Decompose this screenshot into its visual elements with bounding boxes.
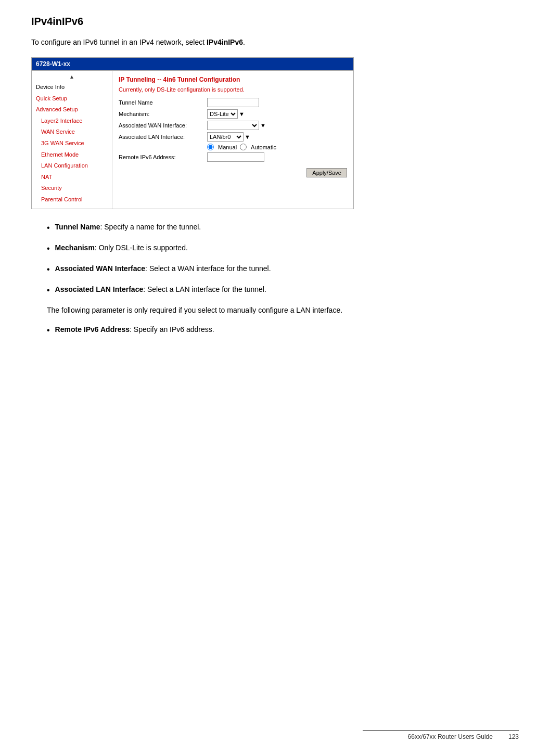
sidebar-item-wan-service[interactable]: WAN Service — [32, 126, 112, 138]
assoc-lan-label: Associated LAN Interface: — [119, 134, 207, 140]
radio-automatic-label: Automatic — [251, 144, 276, 150]
sidebar-item-parental-control[interactable]: Parental Control — [32, 194, 112, 206]
intro-bold: IPv4inIPv6 — [207, 38, 243, 46]
param-note: The following parameter is only required… — [47, 305, 519, 316]
remote-ipv6-control — [207, 152, 264, 162]
assoc-wan-desc: : Select a WAN interface for the tunnel. — [145, 264, 271, 273]
radio-row: Manual Automatic — [207, 144, 347, 150]
mechanism-select[interactable]: DS-Lite — [207, 109, 238, 119]
tunnel-name-desc: : Specify a name for the tunnel. — [100, 223, 201, 231]
mechanism-row: Mechanism: DS-Lite ▼ — [119, 109, 347, 119]
sidebar-item-quick-setup[interactable]: Quick Setup — [32, 93, 112, 105]
assoc-wan-bold: Associated WAN Interface — [55, 264, 146, 273]
radio-manual-label: Manual — [218, 144, 237, 150]
tunnel-name-label: Tunnel Name — [119, 99, 207, 106]
tunnel-name-bold: Tunnel Name — [55, 223, 100, 231]
remote-ipv6-label: Remote IPv6 Address: — [119, 154, 207, 160]
radio-manual[interactable] — [207, 144, 214, 150]
assoc-wan-control: ▼ — [207, 121, 266, 130]
remote-ipv6-bold: Remote IPv6 Address — [55, 325, 130, 334]
router-titlebar: 6728-W1-xx — [32, 58, 353, 70]
tunnel-name-row: Tunnel Name — [119, 98, 347, 107]
bullet-mechanism: Mechanism: Only DSL-Lite is supported. — [47, 242, 519, 255]
assoc-lan-select[interactable]: LAN/br0 — [207, 132, 244, 142]
lan-dropdown-arrow: ▼ — [245, 134, 250, 140]
assoc-lan-row: Associated LAN Interface: LAN/br0 ▼ — [119, 132, 347, 142]
router-main-content: IP Tunneling -- 4in6 Tunnel Configuratio… — [112, 71, 353, 209]
bullet-assoc-lan: Associated LAN Interface: Select a LAN i… — [47, 284, 519, 297]
footer: 66xx/67xx Router Users Guide 123 — [363, 731, 519, 740]
remote-bullet-list: Remote IPv6 Address: Specify an IPv6 add… — [47, 324, 519, 337]
sidebar-item-layer2[interactable]: Layer2 Interface — [32, 116, 112, 127]
mechanism-bold: Mechanism — [55, 244, 95, 252]
sidebar-item-advanced-setup[interactable]: Advanced Setup — [32, 104, 112, 116]
footer-guide: 66xx/67xx Router Users Guide — [408, 733, 493, 740]
sidebar-item-lan-config[interactable]: LAN Configuration — [32, 160, 112, 172]
assoc-lan-desc: : Select a LAN interface for the tunnel. — [143, 285, 266, 293]
router-ui-screenshot: 6728-W1-xx ▲ Device Info Quick Setup Adv… — [31, 57, 354, 209]
footer-page: 123 — [508, 733, 519, 740]
footer-text: 66xx/67xx Router Users Guide 123 — [363, 733, 519, 740]
mechanism-desc: : Only DSL-Lite is supported. — [95, 244, 188, 252]
tunnel-name-input[interactable] — [207, 98, 259, 107]
bullet-list: Tunnel Name: Specify a name for the tunn… — [47, 222, 519, 297]
sidebar-item-ethernet-mode[interactable]: Ethernet Mode — [32, 149, 112, 161]
mechanism-label: Mechanism: — [119, 111, 207, 117]
sidebar-item-security[interactable]: Security — [32, 183, 112, 194]
intro-period: . — [243, 38, 245, 46]
assoc-lan-control: LAN/br0 ▼ — [207, 132, 250, 142]
sidebar-item-3g-wan[interactable]: 3G WAN Service — [32, 138, 112, 149]
assoc-wan-label: Associated WAN Interface: — [119, 122, 207, 129]
scroll-indicator: ▲ — [32, 74, 112, 80]
remote-ipv6-row: Remote IPv6 Address: — [119, 152, 347, 162]
radio-automatic[interactable] — [240, 144, 247, 150]
tunnel-name-control — [207, 98, 259, 107]
radio-group: Manual Automatic — [207, 144, 276, 150]
assoc-lan-bold: Associated LAN Interface — [55, 285, 144, 293]
apply-save-container: Apply/Save — [119, 165, 347, 177]
bullet-assoc-wan: Associated WAN Interface: Select a WAN i… — [47, 263, 519, 276]
router-main-title: IP Tunneling -- 4in6 Tunnel Configuratio… — [119, 76, 347, 83]
intro-text: To configure an IPv6 tunnel in an IPv4 n… — [31, 38, 207, 46]
remote-ipv6-input[interactable] — [207, 152, 264, 162]
wan-dropdown-arrow: ▼ — [260, 122, 266, 129]
router-ui-body: ▲ Device Info Quick Setup Advanced Setup… — [32, 70, 353, 209]
page-title: IPv4inIPv6 — [31, 16, 519, 28]
assoc-wan-select[interactable] — [207, 121, 259, 130]
remote-ipv6-desc: : Specify an IPv6 address. — [130, 325, 214, 334]
assoc-wan-row: Associated WAN Interface: ▼ — [119, 121, 347, 130]
bullet-tunnel-name: Tunnel Name: Specify a name for the tunn… — [47, 222, 519, 234]
router-main-note: Currently, only DS-Lite configuration is… — [119, 86, 347, 93]
intro-paragraph: To configure an IPv6 tunnel in an IPv4 n… — [31, 37, 519, 48]
bullet-remote-ipv6: Remote IPv6 Address: Specify an IPv6 add… — [47, 324, 519, 337]
apply-save-button[interactable]: Apply/Save — [306, 168, 347, 177]
router-sidebar: ▲ Device Info Quick Setup Advanced Setup… — [32, 71, 112, 209]
mechanism-dropdown-arrow: ▼ — [239, 111, 245, 117]
sidebar-item-device-info[interactable]: Device Info — [32, 82, 112, 93]
mechanism-control: DS-Lite ▼ — [207, 109, 245, 119]
sidebar-item-nat[interactable]: NAT — [32, 172, 112, 183]
